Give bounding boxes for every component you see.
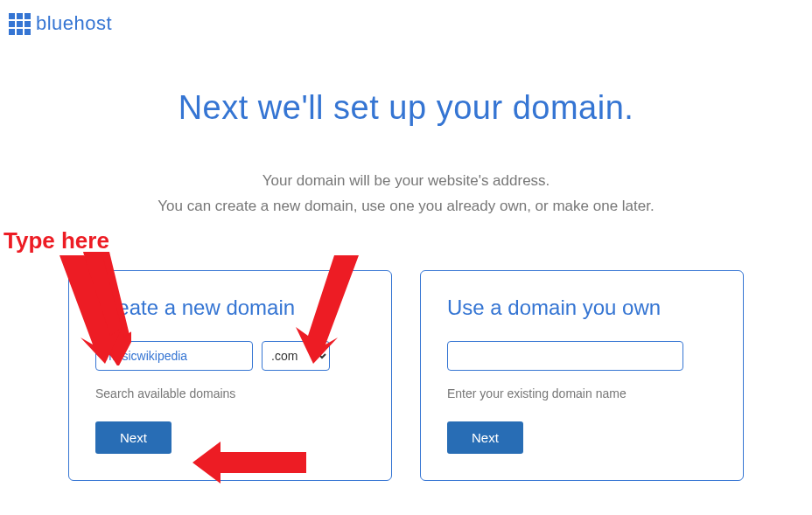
create-next-button[interactable]: Next: [95, 421, 172, 454]
create-domain-panel: Create a new domain .com Search availabl…: [68, 270, 392, 481]
own-helper-text: Enter your existing domain name: [447, 386, 717, 400]
panels-container: Create a new domain .com Search availabl…: [0, 270, 812, 481]
own-next-button[interactable]: Next: [447, 421, 523, 454]
create-panel-title: Create a new domain: [95, 296, 365, 320]
new-domain-input[interactable]: [95, 341, 253, 371]
header: bluehost: [0, 0, 812, 47]
logo-icon: [9, 13, 31, 35]
own-domain-input[interactable]: [447, 341, 683, 371]
own-domain-panel: Use a domain you own Enter your existing…: [420, 270, 744, 481]
page-subtitle: Your domain will be your website's addre…: [0, 169, 812, 219]
logo-text: bluehost: [36, 12, 112, 35]
own-input-row: [447, 341, 717, 371]
subtitle-line-2: You can create a new domain, use one you…: [0, 194, 812, 219]
annotation-type-here: Type here: [4, 227, 109, 254]
own-panel-title: Use a domain you own: [447, 296, 717, 320]
subtitle-line-1: Your domain will be your website's addre…: [0, 169, 812, 194]
page-title: Next we'll set up your domain.: [0, 89, 812, 127]
create-input-row: .com: [95, 341, 365, 371]
tld-select[interactable]: .com: [262, 341, 330, 371]
create-helper-text: Search available domains: [95, 386, 365, 400]
